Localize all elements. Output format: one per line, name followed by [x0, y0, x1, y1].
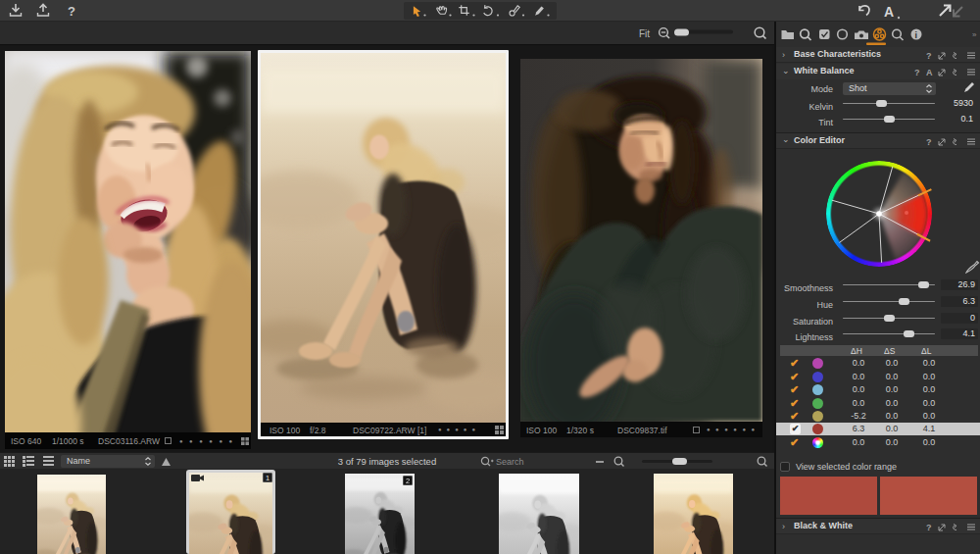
svg-text:?: ?: [926, 51, 932, 61]
svg-text:i: i: [915, 30, 918, 40]
svg-text:A: A: [884, 4, 894, 20]
svg-text:?: ?: [926, 137, 932, 147]
svg-text:»: »: [972, 30, 977, 39]
svg-text:?: ?: [68, 4, 75, 19]
svg-text:A: A: [926, 68, 933, 77]
svg-text:?: ?: [926, 523, 932, 532]
svg-text:?: ?: [914, 68, 920, 77]
